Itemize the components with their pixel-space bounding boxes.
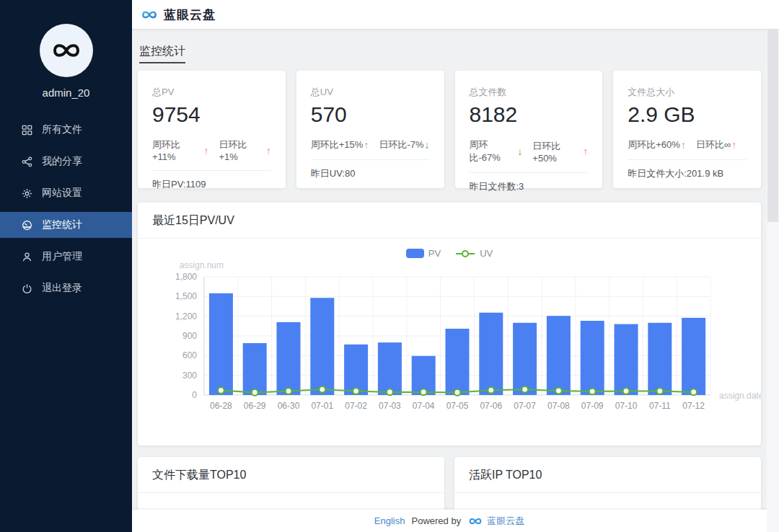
svg-text:1,200: 1,200 bbox=[175, 311, 197, 322]
uv-point bbox=[555, 388, 562, 394]
legend-line-swatch bbox=[455, 249, 475, 258]
pv-bar bbox=[277, 322, 301, 395]
brand-title: 蓝眼云盘 bbox=[164, 6, 216, 23]
svg-text:assign.date: assign.date bbox=[719, 391, 761, 401]
pv-bar bbox=[547, 316, 571, 395]
trend-down-arrow: ↓ bbox=[425, 139, 430, 151]
trend: 周环比+11%↑ bbox=[152, 138, 208, 162]
tab-monitoring[interactable]: 监控统计 bbox=[139, 44, 185, 63]
stat-footnote: 昨日UV:80 bbox=[311, 160, 430, 180]
svg-text:1,500: 1,500 bbox=[175, 291, 197, 301]
uv-point bbox=[353, 388, 359, 394]
trend-up-arrow: ↑ bbox=[203, 145, 208, 156]
app-header[interactable]: 蓝眼云盘 bbox=[132, 0, 779, 29]
uv-point bbox=[320, 386, 326, 393]
pv-bar bbox=[513, 323, 537, 395]
trend: 日环比-7%↓ bbox=[379, 138, 429, 151]
brand-logo-icon bbox=[140, 9, 159, 20]
sidebar-item-1[interactable]: 我的分享 bbox=[0, 148, 132, 174]
trend-up-arrow: ↑ bbox=[731, 139, 736, 151]
gear-icon bbox=[22, 188, 32, 199]
trend: 周环比+15%↑ bbox=[311, 138, 369, 151]
stat-value: 8182 bbox=[470, 102, 589, 127]
trend-text: 周环比+15% bbox=[311, 138, 364, 151]
svg-text:07-01: 07-01 bbox=[311, 401, 333, 411]
pv-bar bbox=[615, 324, 638, 395]
stat-card-0: 总PV9754周环比+11%↑日环比+1%↑昨日PV:1109 bbox=[138, 71, 286, 188]
trend-text: 日环比-7% bbox=[379, 138, 423, 151]
language-link[interactable]: English bbox=[374, 515, 405, 526]
uv-point bbox=[690, 389, 697, 396]
pv-bar bbox=[648, 323, 672, 395]
footer-logo-icon bbox=[467, 517, 483, 526]
username: admin_20 bbox=[0, 87, 132, 99]
svg-text:07-03: 07-03 bbox=[379, 401, 401, 411]
sidebar-item-0[interactable]: 所有文件 bbox=[0, 117, 132, 143]
stat-value: 9754 bbox=[152, 102, 271, 127]
svg-text:07-02: 07-02 bbox=[345, 401, 367, 411]
pv-bar bbox=[378, 342, 402, 395]
uv-point bbox=[589, 389, 596, 395]
trend: 周环比+60%↑ bbox=[628, 138, 686, 151]
pv-bar bbox=[310, 298, 334, 395]
legend-bar-swatch bbox=[406, 249, 424, 258]
trend-down-arrow: ↓ bbox=[517, 146, 522, 157]
avatar[interactable] bbox=[40, 24, 93, 77]
svg-text:06-29: 06-29 bbox=[244, 401, 266, 411]
trend-up-arrow: ↑ bbox=[364, 139, 369, 151]
stat-value: 2.9 GB bbox=[628, 102, 747, 127]
tab-bar: 监控统计 bbox=[138, 29, 761, 63]
stat-label: 文件总大小 bbox=[628, 86, 747, 99]
scrollbar-thumb[interactable] bbox=[767, 29, 778, 222]
sidebar-item-2[interactable]: 网站设置 bbox=[0, 180, 132, 206]
stat-card-1: 总UV570周环比+15%↑日环比-7%↓昨日UV:80 bbox=[296, 71, 444, 188]
uv-point bbox=[252, 389, 258, 396]
uv-point bbox=[623, 388, 630, 394]
trend: 日环比∞↑ bbox=[696, 138, 736, 151]
sidebar-item-label: 网站设置 bbox=[42, 187, 82, 200]
active-ip-top10-title: 活跃IP TOP10 bbox=[454, 457, 761, 493]
sidebar-item-label: 所有文件 bbox=[42, 123, 82, 136]
uv-point bbox=[488, 387, 495, 394]
svg-text:07-09: 07-09 bbox=[581, 401, 604, 411]
sidebar-item-5[interactable]: 退出登录 bbox=[0, 275, 132, 301]
svg-text:07-10: 07-10 bbox=[615, 401, 638, 411]
svg-text:900: 900 bbox=[182, 331, 197, 341]
sidebar-item-4[interactable]: 用户管理 bbox=[0, 244, 132, 270]
stat-footnote: 昨日文件数:3 bbox=[470, 173, 589, 193]
stat-label: 总文件数 bbox=[470, 86, 589, 99]
svg-text:07-08: 07-08 bbox=[547, 401, 570, 411]
sidebar-item-label: 用户管理 bbox=[42, 250, 82, 263]
pv-bar bbox=[682, 318, 705, 395]
svg-text:assign.num: assign.num bbox=[180, 261, 224, 270]
sidebar-item-3[interactable]: 监控统计 bbox=[0, 212, 132, 238]
trend-up-arrow: ↑ bbox=[681, 139, 686, 151]
svg-text:07-05: 07-05 bbox=[446, 401, 469, 411]
trend-text: 日环比+50% bbox=[532, 140, 582, 164]
legend-item-uv[interactable]: UV bbox=[455, 248, 493, 259]
svg-text:07-04: 07-04 bbox=[413, 401, 435, 411]
legend-label: PV bbox=[428, 248, 441, 259]
trend-text: 日环比+1% bbox=[219, 138, 265, 162]
pv-uv-chart: 03006009001,2001,5001,800assign.numassig… bbox=[138, 261, 761, 427]
legend-item-pv[interactable]: PV bbox=[406, 248, 441, 259]
main-content: 监控统计 总PV9754周环比+11%↑日环比+1%↑昨日PV:1109总UV5… bbox=[132, 29, 767, 532]
svg-text:07-07: 07-07 bbox=[514, 401, 536, 411]
pv-bar bbox=[243, 343, 267, 395]
sidebar: admin_20 所有文件我的分享网站设置监控统计用户管理退出登录 bbox=[0, 0, 132, 532]
trend-up-arrow: ↑ bbox=[583, 146, 588, 157]
trend: 日环比+50%↑ bbox=[532, 138, 588, 164]
svg-text:600: 600 bbox=[182, 350, 197, 360]
trend-text: 周环比+11% bbox=[152, 138, 203, 162]
scrollbar-track[interactable] bbox=[767, 29, 779, 532]
stat-cards-row: 总PV9754周环比+11%↑日环比+1%↑昨日PV:1109总UV570周环比… bbox=[138, 71, 761, 188]
footer-brand-link[interactable]: 蓝眼云盘 bbox=[487, 515, 524, 528]
stat-value: 570 bbox=[311, 102, 430, 127]
uv-point bbox=[218, 387, 224, 394]
stat-label: 总PV bbox=[152, 86, 271, 99]
uv-point bbox=[286, 388, 292, 394]
uv-point bbox=[421, 389, 427, 396]
files-grid-icon bbox=[22, 125, 32, 136]
pv-bar bbox=[446, 329, 470, 395]
sidebar-nav: 所有文件我的分享网站设置监控统计用户管理退出登录 bbox=[0, 117, 132, 301]
